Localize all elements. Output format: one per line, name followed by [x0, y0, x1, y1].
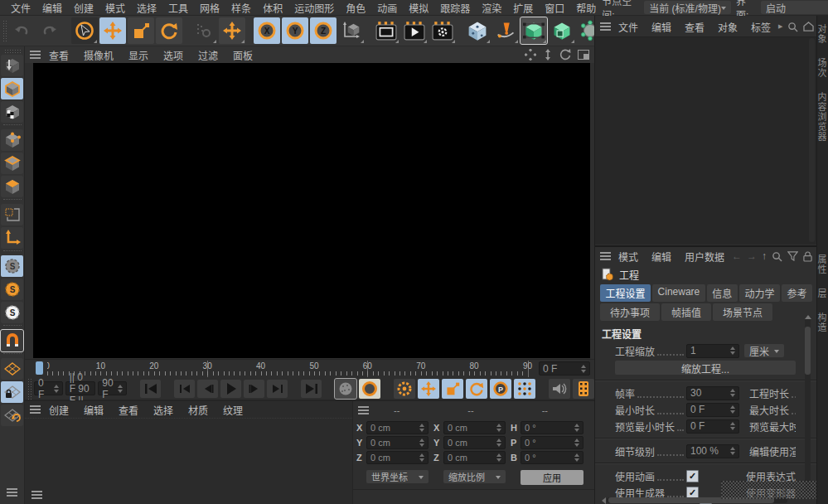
dock-tab[interactable]: 内容浏览器 [817, 86, 828, 148]
autokeying-button[interactable] [359, 379, 380, 399]
toolbar-grip[interactable] [27, 378, 31, 400]
tab-scene-nodes[interactable]: 场景节点 [713, 303, 772, 321]
history-back-icon[interactable]: ← [732, 250, 742, 262]
attribute-menu-icon[interactable] [600, 252, 611, 260]
attribute-menu-item[interactable]: 编辑 [646, 250, 677, 264]
key-rotation-button[interactable] [466, 379, 487, 399]
viewport-menu-item[interactable]: 选项 [157, 48, 190, 62]
viewport-solo-button[interactable] [1, 204, 23, 225]
object-manager-menu-item[interactable]: 查看 [679, 20, 710, 34]
toolbar-grip[interactable] [2, 20, 7, 41]
menu-item[interactable]: 窗口 [539, 1, 570, 15]
interface-select[interactable]: 启动 [761, 1, 828, 14]
z-axis-lock-button[interactable]: Z [310, 17, 337, 44]
snap-toggle-button[interactable]: S [1, 255, 23, 277]
menu-item[interactable]: 文件 [5, 1, 36, 15]
timeline-scrubber[interactable] [36, 361, 43, 375]
dock-tab[interactable]: 构造 [817, 307, 828, 338]
scale-tool-button[interactable] [128, 17, 154, 44]
menu-overflow-icon[interactable]: ▶ [778, 23, 782, 30]
coordinate-system-button[interactable] [338, 17, 365, 44]
undo-button[interactable] [8, 17, 35, 44]
viewport-menu-item[interactable]: 显示 [122, 48, 155, 62]
project-scale-input[interactable]: 1 [686, 344, 739, 358]
home-icon[interactable] [803, 22, 814, 32]
attribute-menu-item[interactable]: 模式 [613, 250, 644, 264]
tab-project-settings[interactable]: 工程设置 [600, 284, 651, 302]
next-key-button[interactable] [267, 380, 288, 398]
menu-item[interactable]: 扩展 [507, 1, 539, 15]
snap-settings-button[interactable]: S [1, 302, 23, 323]
min-time-input[interactable]: 0 F [686, 403, 739, 417]
redo-button[interactable] [36, 17, 63, 44]
move-tool-button[interactable] [99, 17, 126, 44]
menu-item[interactable]: 模式 [99, 1, 131, 15]
rotation-b-input[interactable]: 0 ° [521, 451, 583, 464]
y-axis-lock-button[interactable]: Y [282, 17, 308, 44]
next-frame-button[interactable] [244, 380, 264, 398]
object-manager-menu-item[interactable]: 对象 [712, 20, 743, 34]
menu-item[interactable]: 创建 [68, 1, 99, 15]
align-workplane-button[interactable] [1, 405, 23, 426]
keying-settings-button[interactable] [394, 379, 415, 399]
palette-menu-icon[interactable] [7, 488, 17, 499]
rotate-view-icon[interactable] [559, 49, 571, 61]
filter-icon[interactable] [787, 251, 798, 261]
scale-project-button[interactable]: 缩放工程... [615, 361, 796, 375]
project-scale-unit-select[interactable]: 厘米 [744, 344, 784, 357]
previous-frame-button[interactable] [197, 380, 218, 398]
rotate-tool-button[interactable] [156, 17, 182, 44]
tab-dynamics[interactable]: 动力学 [739, 284, 780, 302]
object-list-scrollbar[interactable] [809, 38, 815, 242]
fps-input[interactable]: 30 [686, 386, 739, 400]
material-menu-item[interactable]: 纹理 [216, 403, 249, 417]
make-editable-button[interactable] [1, 55, 23, 76]
menu-item[interactable]: 模拟 [403, 1, 434, 15]
dock-tab[interactable]: 对象 [817, 18, 828, 50]
keyframe-mode-button[interactable] [573, 379, 594, 399]
render-picture-viewer-button[interactable] [401, 17, 428, 44]
material-menu-item[interactable]: 选择 [147, 403, 180, 417]
magnet-snap-button[interactable] [1, 330, 23, 351]
viewport-menu-item[interactable]: 查看 [42, 48, 75, 62]
timeline-ruler[interactable]: 0102030405060708090 0 F [25, 359, 594, 378]
rotation-h-input[interactable]: 0 ° [521, 421, 583, 434]
menu-item[interactable]: 帮助 [570, 1, 602, 15]
menu-item[interactable]: 动画 [371, 1, 403, 15]
lod-input[interactable]: 100 % [686, 444, 739, 458]
menu-item[interactable]: 运动图形 [288, 1, 340, 15]
texture-mode-button[interactable] [1, 101, 23, 123]
snap-modes-button[interactable]: S [1, 279, 23, 300]
lock-icon[interactable] [803, 251, 812, 262]
key-position-button[interactable] [418, 379, 439, 399]
apply-button[interactable]: 应用 [521, 470, 583, 485]
object-manager-menu-item[interactable]: 文件 [613, 20, 644, 34]
dock-tab[interactable]: 场次 [817, 52, 828, 84]
node-space-select[interactable]: 当前 (标准/物理) [644, 1, 731, 14]
previous-key-button[interactable] [174, 380, 195, 398]
object-manager-menu-icon[interactable] [600, 22, 611, 31]
viewport-canvas[interactable] [33, 63, 590, 358]
lock-workplane-button[interactable] [1, 381, 23, 403]
material-menu-item[interactable]: 编辑 [77, 403, 110, 417]
position-x-input[interactable]: 0 cm [366, 421, 429, 434]
search-icon[interactable] [787, 22, 798, 32]
viewport-menu-item[interactable]: 面板 [226, 48, 259, 62]
model-mode-button[interactable] [1, 78, 23, 99]
tab-info[interactable]: 信息 [707, 284, 738, 302]
tab-keyframe-interpolation[interactable]: 帧插值 [661, 303, 711, 321]
key-scale-button[interactable] [442, 379, 463, 399]
menu-item[interactable]: 跟踪器 [434, 1, 476, 15]
position-y-input[interactable]: 0 cm [366, 436, 429, 449]
current-frame-field[interactable]: 0 F [539, 361, 590, 376]
key-pla-button[interactable] [514, 379, 535, 399]
menu-item[interactable]: 编辑 [36, 1, 68, 15]
subdivision-surface-button[interactable] [521, 17, 547, 44]
material-menu-icon[interactable] [30, 405, 41, 414]
attribute-menu-item[interactable]: 用户数据 [679, 250, 730, 264]
goto-end-button[interactable] [301, 380, 322, 398]
viewport-menu-item[interactable]: 摄像机 [77, 48, 120, 62]
point-mode-button[interactable] [1, 129, 23, 151]
size-x-input[interactable]: 0 cm [443, 421, 506, 434]
play-button[interactable] [220, 380, 241, 398]
